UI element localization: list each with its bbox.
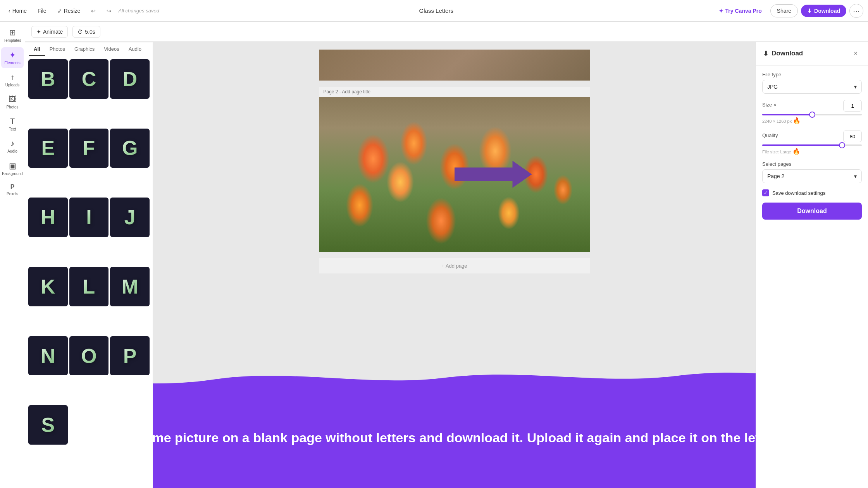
select-pages-section: Select pages Page 2 ▾ xyxy=(762,161,862,183)
list-item[interactable]: M xyxy=(110,267,150,306)
sidebar-item-background[interactable]: ▣ Background xyxy=(1,158,24,179)
left-panel: 🔍 ✕ ⚙ All Photos Graphics Videos Audio B… xyxy=(25,22,153,488)
sidebar-item-audio[interactable]: ♪ Audio xyxy=(1,136,24,156)
sidebar-item-elements[interactable]: ✦ Elements xyxy=(1,47,24,68)
sidebar-item-uploads[interactable]: ↑ Uploads xyxy=(1,70,24,90)
size-slider-row xyxy=(762,114,862,115)
list-item[interactable]: P xyxy=(110,336,150,376)
size-section: Size × 868 × 488 px 🔥 xyxy=(762,100,862,124)
tab-videos[interactable]: Videos xyxy=(99,43,124,56)
star-icon: ✦ xyxy=(719,8,723,14)
more-icon: ⋯ xyxy=(853,7,860,15)
file-button[interactable]: File xyxy=(34,5,50,16)
share-button[interactable]: Share xyxy=(770,4,798,17)
more-options-button[interactable]: ⋯ xyxy=(849,4,863,18)
redo-button[interactable]: ↪ xyxy=(103,5,115,16)
checkmark-icon: ✓ xyxy=(764,190,768,196)
page1-image xyxy=(319,50,590,81)
resize-button[interactable]: ⤢ Resize xyxy=(53,5,84,16)
saved-status: All changes saved xyxy=(118,8,159,14)
quality-value-input[interactable] xyxy=(843,131,862,142)
tab-graphics[interactable]: Graphics xyxy=(70,43,99,56)
download-nav-button[interactable]: ⬇ Download xyxy=(801,5,846,17)
arrow-overlay xyxy=(455,161,532,188)
sidebar-item-pexels[interactable]: P Pexels xyxy=(1,180,24,199)
select-pages-value: Page 2 xyxy=(767,173,784,179)
list-item[interactable]: H xyxy=(28,198,68,237)
list-item[interactable]: J xyxy=(110,198,150,237)
list-item[interactable]: N xyxy=(28,336,68,376)
quality-slider-thumb[interactable] xyxy=(839,142,845,148)
duration-button[interactable]: ⏱ 5.0s xyxy=(72,26,100,38)
list-item[interactable]: O xyxy=(69,336,109,376)
home-label: Home xyxy=(12,8,27,14)
add-page-label: + Add page xyxy=(441,263,467,269)
list-item[interactable]: C xyxy=(69,59,109,99)
add-page-bar[interactable]: + Add page xyxy=(319,258,590,273)
file-type-value: JPG xyxy=(767,84,778,90)
tab-photos[interactable]: Photos xyxy=(45,43,70,56)
page2-label-bar: Page 2 - Add page title xyxy=(319,87,590,97)
list-item[interactable]: I xyxy=(69,198,109,237)
size-slider-thumb[interactable] xyxy=(809,112,815,118)
chevron-down-icon-pages: ▾ xyxy=(854,173,857,179)
toolbar: ✦ Animate ⏱ 5.0s xyxy=(25,22,868,42)
dimensions-text: 868 × 488 px xyxy=(762,119,792,124)
download-action-button[interactable]: Download xyxy=(762,203,862,220)
sidebar-item-templates[interactable]: ⊞ Templates xyxy=(1,25,24,46)
quality-label: Quality xyxy=(762,132,778,138)
audio-label: Audio xyxy=(7,149,17,153)
nav-right: ✦ Try Canva Pro Share ⬇ Download ⋯ xyxy=(713,4,863,18)
resize-icon: ⤢ xyxy=(57,8,62,14)
size-value-input[interactable] xyxy=(843,100,862,112)
page-2 xyxy=(319,97,590,252)
list-item[interactable]: E xyxy=(28,129,68,168)
file-type-label: File type xyxy=(762,72,862,77)
undo-button[interactable]: ↩ xyxy=(87,5,100,16)
try-pro-button[interactable]: ✦ Try Canva Pro xyxy=(713,5,767,17)
close-download-panel-button[interactable]: × xyxy=(850,48,861,59)
list-item[interactable]: K xyxy=(28,267,68,306)
quality-slider-track[interactable] xyxy=(762,144,862,146)
page2-title: Page 2 - Add page title xyxy=(324,89,370,95)
home-button[interactable]: ‹ Home xyxy=(5,5,31,16)
animate-button[interactable]: ✦ Animate xyxy=(31,26,68,38)
download-icon: ⬇ xyxy=(807,8,812,14)
animate-label: Animate xyxy=(43,29,63,35)
tab-audio[interactable]: Audio xyxy=(124,43,146,56)
quality-slider-fill xyxy=(762,144,842,146)
list-item[interactable]: L xyxy=(69,267,109,306)
select-pages-select[interactable]: Page 2 ▾ xyxy=(762,169,862,183)
elements-label: Elements xyxy=(4,61,21,65)
list-item[interactable]: F xyxy=(69,129,109,168)
tab-all[interactable]: All xyxy=(29,43,45,56)
quality-section: Quality File size: Large 🔥 xyxy=(762,131,862,155)
nav-center: Glass Letters xyxy=(162,7,710,14)
audio-icon: ♪ xyxy=(10,139,14,148)
download-panel-title: ⬇ Download xyxy=(763,50,803,58)
background-label: Background xyxy=(2,172,22,176)
photos-icon: 🖼 xyxy=(9,95,16,104)
duration-label: 5.0s xyxy=(85,29,95,35)
list-item[interactable]: B xyxy=(28,59,68,99)
redo-icon: ↪ xyxy=(107,8,111,14)
resize-label: Resize xyxy=(64,8,81,14)
list-item[interactable]: G xyxy=(110,129,150,168)
dimensions-label: 868 × 488 px 🔥 xyxy=(762,117,862,124)
save-settings-checkbox[interactable]: ✓ xyxy=(762,189,769,196)
download-icon-panel: ⬇ xyxy=(763,50,768,58)
page-1 xyxy=(319,50,590,81)
size-slider-fill xyxy=(762,114,812,115)
file-label: File xyxy=(38,8,46,14)
sidebar-item-text[interactable]: T Text xyxy=(1,114,24,134)
save-settings-label: Save download settings xyxy=(772,190,825,196)
sidebar-item-photos[interactable]: 🖼 Photos xyxy=(1,92,24,112)
size-slider-track[interactable] xyxy=(762,114,862,115)
text-label: Text xyxy=(9,127,16,131)
list-item[interactable]: S xyxy=(28,405,68,445)
file-type-select[interactable]: JPG ▾ xyxy=(762,80,862,94)
file-type-section: File type JPG ▾ xyxy=(762,72,862,94)
save-settings-row: ✓ Save download settings xyxy=(762,189,862,196)
close-icon: × xyxy=(854,50,857,57)
list-item[interactable]: D xyxy=(110,59,150,99)
